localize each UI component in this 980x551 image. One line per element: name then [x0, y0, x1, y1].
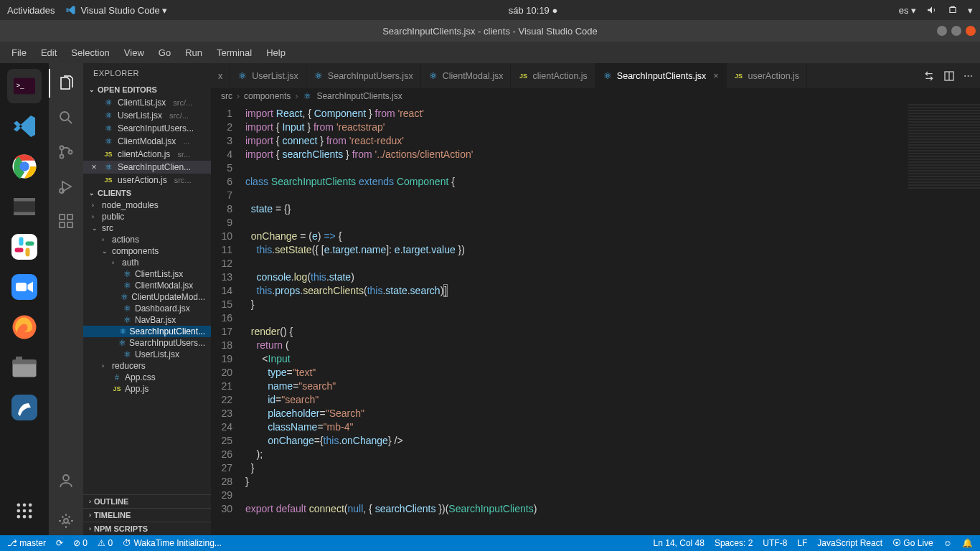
- menu-edit[interactable]: Edit: [35, 44, 62, 61]
- svg-point-3: [19, 161, 29, 171]
- open-editors-header[interactable]: ⌄OPEN EDITORS: [83, 83, 211, 96]
- npm-scripts-header[interactable]: ›NPM SCRIPTS: [83, 522, 211, 535]
- status-sync[interactable]: ⟳: [56, 538, 63, 548]
- volume-icon[interactable]: [926, 4, 938, 16]
- status-feedback-icon[interactable]: ☺: [943, 538, 952, 548]
- open-editor-item[interactable]: ⚛SearchInputUsers...: [83, 122, 211, 135]
- dock-terminal[interactable]: >_: [7, 69, 42, 103]
- tree-item[interactable]: ⚛SearchInputClient...: [83, 326, 211, 337]
- status-wakatime[interactable]: ⏱ WakaTime Initializing...: [123, 538, 222, 548]
- editor-tab[interactable]: ⚛SearchInputUsers.jsx: [306, 63, 421, 88]
- tree-item[interactable]: #App.css: [83, 372, 211, 383]
- svg-point-20: [29, 509, 32, 513]
- menu-view[interactable]: View: [118, 44, 150, 61]
- menu-terminal[interactable]: Terminal: [211, 44, 258, 61]
- open-editor-item[interactable]: JSuserAction.jssrc...: [83, 174, 211, 187]
- app-indicator[interactable]: Visual Studio Code ▾: [65, 4, 167, 16]
- status-bell-icon[interactable]: 🔔: [962, 538, 973, 548]
- tree-item[interactable]: ⚛NavBar.jsx: [83, 314, 211, 326]
- editor-tab[interactable]: JSclientAction.js: [511, 63, 595, 88]
- outline-header[interactable]: ›OUTLINE: [83, 494, 211, 508]
- open-editor-item[interactable]: ⚛UserList.jsxsrc/...: [83, 109, 211, 122]
- clock[interactable]: sáb 10:19 ●: [167, 5, 898, 16]
- editor-tab[interactable]: ⚛ClientModal.jsx: [421, 63, 512, 88]
- dock-files[interactable]: [7, 350, 42, 385]
- dock-firefox[interactable]: [7, 310, 42, 344]
- tree-item[interactable]: ›actions: [83, 234, 211, 245]
- battery-icon[interactable]: [948, 4, 958, 16]
- status-errors[interactable]: ⊘ 0: [73, 538, 88, 548]
- status-warnings[interactable]: ⚠ 0: [98, 538, 113, 548]
- activity-debug[interactable]: [49, 172, 83, 201]
- activities-button[interactable]: Actividades: [7, 5, 55, 16]
- open-editor-item[interactable]: ⚛ClientModal.jsx...: [83, 135, 211, 148]
- project-header[interactable]: ⌄CLIENTS: [83, 187, 211, 199]
- svg-point-19: [23, 509, 27, 513]
- tree-item[interactable]: ›auth: [83, 257, 211, 268]
- tree-item[interactable]: ⚛UserList.jsx: [83, 349, 211, 360]
- more-icon[interactable]: ⋯: [963, 70, 973, 81]
- dock-mysql[interactable]: [7, 390, 42, 425]
- tree-item[interactable]: ⚛Dashboard.jsx: [83, 303, 211, 314]
- open-editor-item[interactable]: JSclientAction.jssr...: [83, 148, 211, 161]
- status-branch[interactable]: ⎇ master: [7, 538, 46, 548]
- open-editor-item[interactable]: ×⚛SearchInputClien...: [83, 161, 211, 174]
- status-spaces[interactable]: Spaces: 2: [715, 538, 753, 548]
- editor-tab[interactable]: ⚛SearchInputClients.jsx×: [595, 63, 727, 88]
- activity-accounts[interactable]: [49, 466, 83, 495]
- breadcrumb[interactable]: src› components› ⚛ SearchInputClients.js…: [211, 88, 980, 104]
- status-lncol[interactable]: Ln 14, Col 48: [654, 538, 705, 548]
- menu-selection[interactable]: Selection: [65, 44, 115, 61]
- window-title-bar: SearchInputClients.jsx - clients - Visua…: [0, 20, 980, 42]
- tree-item[interactable]: ⌄components: [83, 245, 211, 257]
- window-maximize-button[interactable]: [951, 26, 961, 36]
- dock-vscode[interactable]: [7, 109, 42, 143]
- code-editor[interactable]: 1234567891011121314151617181920212223242…: [211, 104, 980, 535]
- activity-search[interactable]: [49, 103, 83, 132]
- tree-item[interactable]: ⚛ClientUpdateMod...: [83, 291, 211, 303]
- tree-item[interactable]: ⚛ClientList.jsx: [83, 268, 211, 280]
- tree-item[interactable]: ⌄src: [83, 222, 211, 234]
- split-icon[interactable]: [943, 70, 955, 82]
- compare-icon[interactable]: [923, 70, 935, 82]
- dock-show-apps[interactable]: [7, 494, 42, 528]
- power-icon[interactable]: ▾: [968, 5, 973, 16]
- window-minimize-button[interactable]: [937, 26, 947, 36]
- tree-item[interactable]: JSApp.js: [83, 383, 211, 395]
- status-lang[interactable]: JavaScript React: [817, 538, 882, 548]
- tree-item[interactable]: ›node_modules: [83, 199, 211, 211]
- dock-chrome[interactable]: [7, 149, 42, 184]
- editor-tab[interactable]: ⚛UserList.jsx: [230, 63, 306, 88]
- menu-go[interactable]: Go: [153, 44, 176, 61]
- open-editor-item[interactable]: ⚛ClientList.jsxsrc/...: [83, 96, 211, 109]
- activity-extensions[interactable]: [49, 207, 83, 235]
- js-icon: JS: [734, 71, 744, 81]
- activity-settings[interactable]: [49, 507, 83, 535]
- menu-help[interactable]: Help: [260, 44, 291, 61]
- dock-zoom[interactable]: [7, 270, 42, 304]
- status-encoding[interactable]: UTF-8: [763, 538, 787, 548]
- editor-tab[interactable]: x: [211, 63, 230, 88]
- editor-tab[interactable]: JSuserAction.js: [727, 63, 808, 88]
- menu-run[interactable]: Run: [179, 44, 208, 61]
- sidebar: EXPLORER ⌄OPEN EDITORS ⚛ClientList.jsxsr…: [83, 63, 211, 535]
- minimap[interactable]: [908, 104, 980, 535]
- tree-item[interactable]: ⚛ClientModal.jsx: [83, 280, 211, 291]
- activity-scm[interactable]: [49, 138, 83, 166]
- status-eol[interactable]: LF: [797, 538, 807, 548]
- lang-indicator[interactable]: es ▾: [899, 5, 916, 16]
- dock-slack[interactable]: [7, 230, 42, 264]
- tree-item[interactable]: ›public: [83, 211, 211, 222]
- dock-openshot[interactable]: [7, 189, 42, 224]
- menu-file[interactable]: File: [6, 44, 32, 61]
- tree-item[interactable]: ›reducers: [83, 360, 211, 372]
- close-icon[interactable]: ×: [89, 162, 99, 172]
- timeline-header[interactable]: ›TIMELINE: [83, 508, 211, 522]
- svg-rect-30: [60, 222, 65, 227]
- code-content[interactable]: import React, { Component } from 'react'…: [245, 104, 908, 535]
- window-close-button[interactable]: [966, 26, 976, 36]
- tree-item[interactable]: ⚛SearchInputUsers...: [83, 337, 211, 349]
- close-icon[interactable]: ×: [713, 71, 718, 81]
- status-golive[interactable]: ⦿ Go Live: [892, 538, 933, 548]
- activity-explorer[interactable]: [49, 69, 83, 98]
